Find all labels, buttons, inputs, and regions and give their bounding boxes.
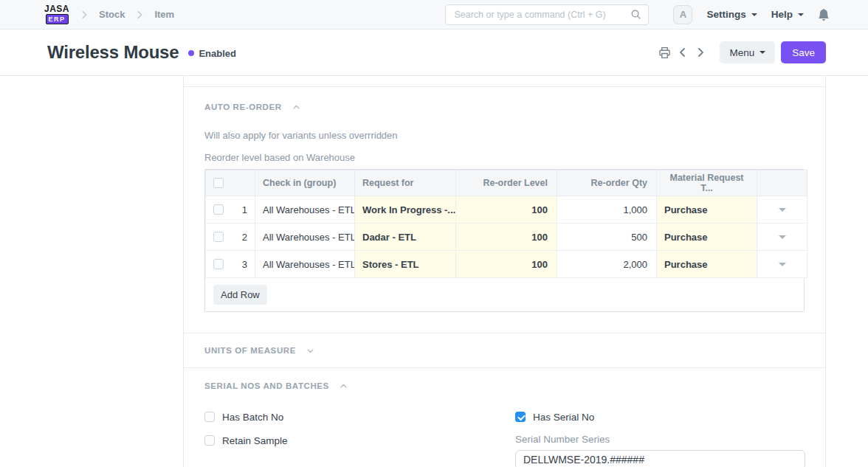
col-header-request-for: Request for bbox=[355, 178, 455, 188]
add-row-button[interactable]: Add Row bbox=[213, 285, 267, 305]
caret-down-icon bbox=[751, 13, 757, 19]
chevron-up-icon bbox=[340, 382, 348, 390]
table-row: 3 All Warehouses - ETL Stores - ETL 100 … bbox=[206, 251, 807, 278]
breadcrumb-item[interactable]: Item bbox=[154, 9, 174, 20]
form-body: AUTO RE-ORDER Will also apply for varian… bbox=[0, 76, 868, 467]
settings-menu-label: Settings bbox=[706, 9, 745, 20]
section-auto-reorder-title: AUTO RE-ORDER bbox=[204, 103, 282, 111]
row-index: 2 bbox=[242, 232, 247, 243]
form-card: AUTO RE-ORDER Will also apply for varian… bbox=[183, 76, 826, 467]
row-expand-button[interactable] bbox=[757, 232, 807, 243]
section-auto-reorder: AUTO RE-ORDER Will also apply for varian… bbox=[184, 87, 825, 312]
avatar-letter: A bbox=[680, 9, 686, 20]
cell-material-request-type[interactable]: Purchase bbox=[657, 204, 757, 215]
select-all-checkbox[interactable] bbox=[213, 178, 224, 188]
avatar[interactable]: A bbox=[673, 5, 692, 24]
section-serial-nos-head[interactable]: SERIAL NOS AND BATCHES bbox=[204, 381, 805, 390]
grid-header-row: Check in (group) Request for Re-order Le… bbox=[206, 170, 807, 196]
row-checkbox[interactable] bbox=[213, 259, 224, 269]
cell-material-request-type[interactable]: Purchase bbox=[657, 259, 757, 270]
table-row: 2 All Warehouses - ETL Dadar - ETL 100 5… bbox=[206, 224, 807, 251]
cell-reorder-level[interactable]: 100 bbox=[456, 232, 557, 243]
cell-reorder-level[interactable]: 100 bbox=[456, 204, 557, 215]
app-logo-badge: ERP bbox=[46, 14, 69, 24]
chevron-right-icon bbox=[134, 10, 145, 20]
caret-down-icon bbox=[798, 13, 804, 19]
reorder-grid-label: Reorder level based on Warehouse bbox=[204, 152, 805, 163]
section-serial-nos-and-batches: SERIAL NOS AND BATCHES Has Batch No Reta… bbox=[184, 367, 825, 467]
row-index: 3 bbox=[242, 259, 247, 270]
reorder-grid: Check in (group) Request for Re-order Le… bbox=[204, 169, 805, 312]
chevron-up-icon bbox=[292, 103, 300, 111]
serial-number-series-input[interactable] bbox=[515, 450, 805, 467]
cell-request-for[interactable]: Dadar - ETL bbox=[355, 232, 455, 243]
cell-reorder-level[interactable]: 100 bbox=[456, 259, 557, 270]
help-menu-label: Help bbox=[771, 9, 793, 20]
row-index: 1 bbox=[242, 204, 247, 215]
caret-down-icon bbox=[779, 263, 786, 270]
row-expand-button[interactable] bbox=[757, 259, 807, 270]
cell-check-in[interactable]: All Warehouses - ETL bbox=[255, 259, 354, 270]
collapsed-section-strip bbox=[184, 76, 825, 87]
section-units-of-measure-head[interactable]: UNITS OF MEASURE bbox=[204, 346, 805, 355]
has-batch-no-checkbox[interactable] bbox=[204, 412, 215, 422]
menu-button-label: Menu bbox=[729, 47, 754, 58]
global-search bbox=[445, 4, 649, 25]
col-header-material-request-type: Material Request T... bbox=[657, 173, 757, 193]
row-checkbox[interactable] bbox=[213, 204, 224, 215]
cell-check-in[interactable]: All Warehouses - ETL bbox=[255, 204, 354, 215]
next-document-button[interactable] bbox=[695, 46, 706, 58]
caret-down-icon bbox=[779, 208, 786, 215]
caret-down-icon bbox=[760, 51, 765, 57]
cell-reorder-qty[interactable]: 500 bbox=[557, 232, 656, 243]
page-header: Wireless Mouse Enabled Menu Save bbox=[0, 30, 868, 76]
status-dot bbox=[188, 50, 194, 56]
page-title: Wireless Mouse bbox=[47, 42, 179, 63]
row-checkbox[interactable] bbox=[213, 232, 224, 242]
section-units-of-measure-title: UNITS OF MEASURE bbox=[204, 346, 296, 355]
retain-sample-field: Retain Sample bbox=[204, 434, 515, 447]
cell-check-in[interactable]: All Warehouses - ETL bbox=[255, 232, 354, 243]
col-header-reorder-level: Re-order Level bbox=[456, 178, 557, 188]
app-logo[interactable]: JASA ERP bbox=[44, 4, 69, 24]
cell-request-for[interactable]: Work In Progress -... bbox=[355, 204, 455, 215]
breadcrumb-stock[interactable]: Stock bbox=[99, 9, 125, 20]
grid-footer: Add Row bbox=[205, 278, 804, 311]
prev-document-button[interactable] bbox=[677, 46, 689, 58]
section-units-of-measure: UNITS OF MEASURE bbox=[184, 333, 825, 367]
has-batch-no-field: Has Batch No bbox=[204, 410, 515, 423]
col-header-reorder-qty: Re-order Qty bbox=[557, 178, 656, 188]
retain-sample-checkbox[interactable] bbox=[204, 435, 215, 446]
bell-icon[interactable] bbox=[818, 9, 830, 21]
chevron-right-icon bbox=[79, 10, 89, 20]
retain-sample-label: Retain Sample bbox=[222, 435, 288, 446]
has-serial-no-label: Has Serial No bbox=[533, 412, 594, 423]
save-button[interactable]: Save bbox=[781, 41, 826, 63]
cell-request-for[interactable]: Stores - ETL bbox=[355, 259, 455, 270]
cell-material-request-type[interactable]: Purchase bbox=[657, 232, 757, 243]
menu-button[interactable]: Menu bbox=[720, 41, 775, 63]
col-header-check-in: Check in (group) bbox=[255, 178, 354, 188]
print-icon[interactable] bbox=[658, 46, 671, 59]
table-row: 1 All Warehouses - ETL Work In Progress … bbox=[206, 196, 807, 224]
has-serial-no-field: Has Serial No bbox=[515, 410, 806, 423]
app-logo-text: JASA bbox=[44, 4, 69, 13]
caret-down-icon bbox=[779, 235, 786, 243]
has-serial-no-checkbox[interactable] bbox=[515, 412, 526, 422]
settings-menu[interactable]: Settings bbox=[706, 9, 757, 20]
section-serial-nos-title: SERIAL NOS AND BATCHES bbox=[204, 381, 329, 390]
serial-number-series-label: Serial Number Series bbox=[515, 434, 806, 445]
search-input[interactable] bbox=[454, 10, 630, 20]
variants-note: Will also apply for variants unless over… bbox=[204, 130, 805, 141]
search-icon[interactable] bbox=[630, 9, 641, 20]
has-batch-no-label: Has Batch No bbox=[222, 412, 283, 423]
cell-reorder-qty[interactable]: 1,000 bbox=[557, 204, 656, 215]
status-badge: Enabled bbox=[199, 48, 236, 59]
row-expand-button[interactable] bbox=[757, 204, 807, 215]
top-navbar: JASA ERP Stock Item A Settings Help bbox=[0, 0, 868, 30]
cell-reorder-qty[interactable]: 2,000 bbox=[557, 259, 656, 270]
help-menu[interactable]: Help bbox=[771, 9, 804, 20]
section-auto-reorder-head[interactable]: AUTO RE-ORDER bbox=[204, 103, 805, 111]
breadcrumb: JASA ERP Stock Item bbox=[44, 4, 174, 24]
chevron-down-icon bbox=[306, 347, 314, 355]
